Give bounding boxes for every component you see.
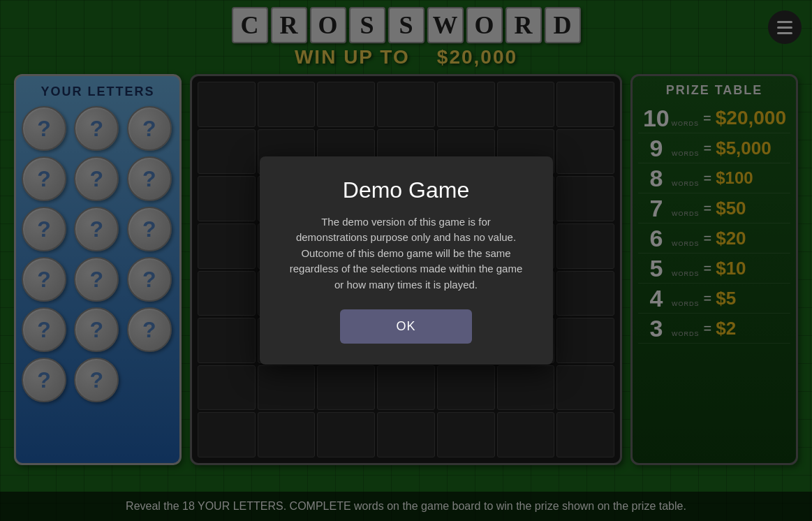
modal-title: Demo Game bbox=[288, 177, 525, 203]
modal-ok-button[interactable]: OK bbox=[340, 309, 471, 344]
modal-overlay: Demo Game The demo version of this game … bbox=[0, 0, 812, 521]
demo-modal: Demo Game The demo version of this game … bbox=[260, 156, 553, 365]
modal-text: The demo version of this game is for dem… bbox=[288, 214, 525, 293]
